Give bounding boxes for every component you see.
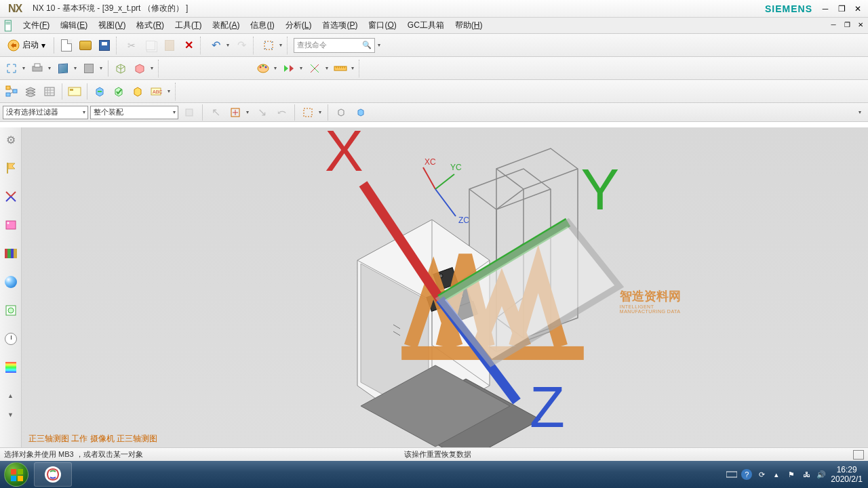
box-yellow-button[interactable] (129, 83, 146, 100)
display-mode-button[interactable] (54, 60, 79, 77)
tray-chevron-up-icon[interactable]: ▴ (771, 469, 782, 480)
layer-button[interactable] (22, 83, 39, 100)
show-solid-button[interactable] (352, 104, 370, 121)
nx-app-icon (43, 465, 62, 484)
ruler-button[interactable] (332, 60, 356, 77)
tray-sync-icon[interactable]: ⟳ (756, 469, 767, 480)
tray-flag-icon[interactable]: ⚑ (786, 469, 797, 480)
mdi-minimize-button[interactable]: ─ (827, 19, 840, 30)
title-bar: NX NX 10 - 基本环境 - [39_x_t.prt （修改的） ] SI… (0, 0, 868, 18)
menu-assembly[interactable]: 装配(A) (207, 18, 245, 33)
status-screen-icon[interactable] (853, 450, 864, 460)
constraint-tab[interactable] (3, 188, 19, 205)
mdi-restore-button[interactable]: ❐ (841, 19, 853, 30)
printer-icon (31, 63, 43, 74)
document-icon (3, 20, 15, 32)
shading-button[interactable] (80, 60, 104, 77)
graphics-viewport[interactable]: XC YC ZC (22, 127, 868, 447)
cross-button[interactable] (306, 60, 330, 77)
sel-down-button[interactable]: ↘ (253, 104, 271, 121)
print-button[interactable] (28, 60, 53, 77)
menu-preferences[interactable]: 首选项(P) (317, 18, 363, 33)
expand-icon (6, 63, 17, 74)
box-blue-button[interactable] (91, 83, 108, 100)
menu-file[interactable]: 文件(F) (18, 18, 55, 33)
filter-icon-button[interactable] (180, 104, 198, 121)
copy-button[interactable] (142, 37, 159, 54)
clock-icon (5, 333, 17, 345)
settings-tab[interactable]: ⚙ (3, 131, 19, 148)
library-tab[interactable] (3, 245, 19, 262)
view-toolbar (0, 57, 868, 80)
palette-button[interactable] (254, 60, 279, 77)
filter-combo[interactable]: 没有选择过滤器 (3, 106, 88, 119)
minimize-button[interactable]: ─ (819, 3, 831, 14)
expand-up-tab[interactable]: ▲ (3, 388, 19, 404)
undo-button[interactable]: ↶ (207, 37, 231, 54)
section-button[interactable] (131, 60, 155, 77)
card-button[interactable] (66, 83, 83, 100)
open-button[interactable] (77, 37, 94, 54)
sel-up-button[interactable]: ↖ (207, 104, 224, 121)
reuse-tab[interactable] (3, 217, 19, 233)
start-button-win[interactable] (0, 461, 33, 488)
up-arrow-icon: ↖ (212, 106, 220, 119)
svg-point-27 (8, 308, 14, 313)
menu-view[interactable]: 视图(V) (93, 18, 131, 33)
menu-format[interactable]: 格式(R) (131, 18, 170, 33)
maximize-button[interactable]: ❐ (835, 3, 848, 14)
menu-tools[interactable]: 工具(T) (170, 18, 207, 33)
arrow-play-button[interactable] (280, 60, 304, 77)
fit-button[interactable] (260, 37, 284, 54)
paste-button[interactable] (161, 37, 178, 54)
menu-window[interactable]: 窗口(O) (363, 18, 401, 33)
color-tab[interactable] (3, 359, 19, 375)
menu-help[interactable]: 帮助(H) (450, 18, 488, 33)
assembly-nav-button[interactable] (3, 83, 20, 100)
save-icon (99, 40, 110, 51)
taskbar-clock[interactable]: 16:29 2020/2/1 (831, 465, 863, 485)
menu-edit[interactable]: 编辑(E) (55, 18, 93, 33)
close-button[interactable]: ✕ (852, 3, 864, 14)
tray-network-icon[interactable]: 🖧 (801, 469, 812, 480)
redo-button[interactable]: ↷ (233, 37, 250, 54)
zoom-fit-button[interactable] (3, 60, 27, 77)
part-navigator-tab[interactable] (3, 160, 19, 176)
open-folder-icon (79, 41, 92, 50)
command-search[interactable]: 查找命令 🔍 (294, 38, 375, 53)
label-button[interactable]: ABC (148, 83, 172, 100)
marquee-button[interactable] (299, 104, 323, 121)
menu-info[interactable]: 信息(I) (245, 18, 279, 33)
history-tab[interactable] (3, 302, 19, 319)
menu-analyze[interactable]: 分析(L) (280, 18, 317, 33)
web-tab[interactable] (3, 274, 19, 290)
delete-button[interactable]: ✕ (180, 37, 197, 54)
svg-rect-20 (186, 109, 193, 116)
mdi-close-button[interactable]: ✕ (854, 19, 867, 30)
clock-tab[interactable] (3, 331, 19, 347)
sheet-button[interactable] (41, 83, 58, 100)
cut-button[interactable]: ✂ (123, 37, 140, 54)
sel-prev-button[interactable]: ⤺ (273, 104, 290, 121)
wireframe-button[interactable] (112, 60, 130, 77)
new-button[interactable] (58, 37, 75, 54)
sel-plus-button[interactable] (226, 104, 251, 121)
show-wire-button[interactable] (332, 104, 350, 121)
svg-point-10 (265, 66, 267, 68)
start-button[interactable]: 启动 ▾ (3, 37, 50, 54)
tray-volume-icon[interactable]: 🔊 (816, 469, 827, 480)
selection-toolbar: 没有选择过滤器 整个装配 ↖ ↘ ⤺ ▾ (0, 103, 868, 122)
box-check-button[interactable] (110, 83, 127, 100)
tray-keyboard-icon[interactable] (726, 469, 737, 480)
x-icon: ✕ (184, 39, 193, 52)
back-arrow-icon: ⤺ (277, 106, 286, 119)
save-button[interactable] (96, 37, 113, 54)
taskbar-app-nx[interactable] (34, 462, 72, 487)
expand-down-tab[interactable]: ▼ (3, 407, 19, 423)
svg-rect-14 (13, 89, 17, 93)
menu-gc-toolbox[interactable]: GC工具箱 (402, 18, 450, 33)
tray-help-icon[interactable]: ? (741, 469, 752, 480)
cross-arrows-icon (309, 63, 320, 74)
svg-rect-24 (6, 221, 16, 229)
scope-combo[interactable]: 整个装配 (90, 106, 178, 119)
